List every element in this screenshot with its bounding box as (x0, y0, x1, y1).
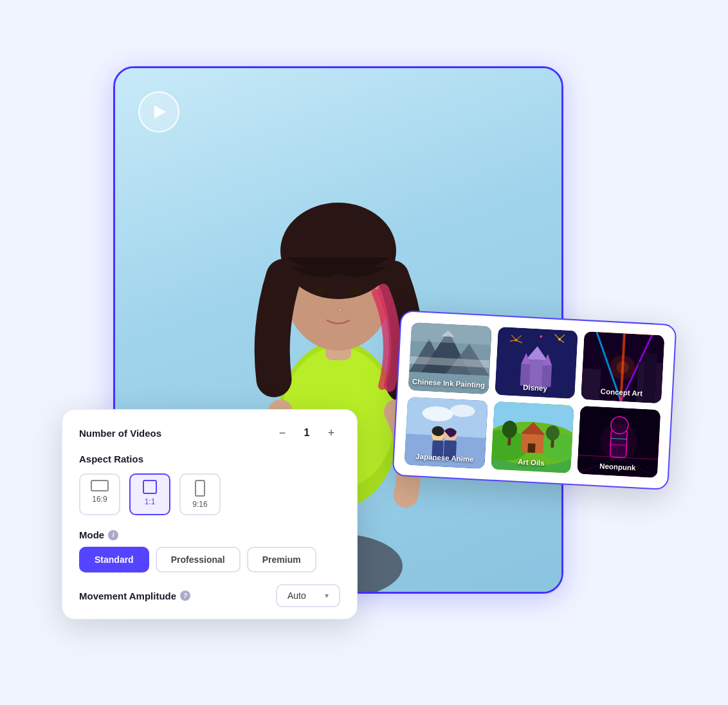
decrement-button[interactable]: − (273, 424, 291, 442)
ratio-1-1-button[interactable]: 1:1 (129, 473, 170, 515)
svg-rect-59 (527, 443, 535, 453)
play-icon (154, 105, 166, 118)
mode-standard-button[interactable]: Standard (79, 547, 149, 572)
svg-point-6 (350, 286, 363, 295)
stepper-value: 1 (300, 427, 313, 439)
style-grid: Chinese Ink Painting (404, 322, 664, 478)
style-presets-card: Chinese Ink Painting (392, 310, 677, 490)
svg-point-5 (314, 286, 327, 295)
chevron-down-icon: ▾ (325, 591, 329, 600)
svg-rect-75 (196, 481, 205, 496)
number-of-videos-label: Number of Videos (79, 428, 273, 439)
video-count-stepper: − 1 + (273, 424, 340, 442)
ratio-1-1-icon (143, 480, 157, 494)
ratio-1-1-label: 1:1 (145, 497, 156, 506)
controls-card: Number of Videos − 1 + Aspect Ratios 16:… (62, 409, 358, 619)
ratio-9-16-button[interactable]: 9:16 (179, 473, 221, 515)
increment-button[interactable]: + (322, 424, 340, 442)
style-item-neonpunk[interactable]: Neonpunk (577, 406, 660, 478)
ratio-9-16-icon (195, 480, 205, 497)
ratio-16-9-icon (91, 480, 109, 491)
style-item-concept-art[interactable]: Concept Art (581, 331, 664, 403)
svg-point-7 (338, 308, 342, 312)
aspect-ratios-label: Aspect Ratios (79, 453, 340, 464)
movement-amplitude-select[interactable]: Auto ▾ (276, 584, 340, 607)
svg-rect-74 (143, 481, 156, 493)
aspect-ratios-group: 16:9 1:1 9:16 (79, 473, 340, 515)
style-item-chinese-ink[interactable]: Chinese Ink Painting (408, 322, 492, 394)
style-item-anime[interactable]: Japanese Anime (404, 397, 487, 469)
mode-section-title: Mode i (79, 529, 340, 540)
movement-info-icon[interactable]: ? (180, 591, 190, 601)
mode-info-icon[interactable]: i (108, 530, 118, 540)
mode-premium-button[interactable]: Premium (247, 547, 316, 572)
mode-label: Mode (79, 529, 104, 540)
mode-professional-button[interactable]: Professional (156, 547, 241, 572)
ratio-16-9-label: 16:9 (92, 495, 107, 504)
play-button[interactable] (138, 91, 179, 133)
style-item-disney[interactable]: Disney (495, 327, 578, 399)
mode-section: Mode i Standard Professional Premium (79, 529, 340, 572)
ratio-16-9-button[interactable]: 16:9 (79, 473, 120, 515)
svg-rect-73 (91, 481, 108, 491)
ratio-9-16-label: 9:16 (192, 500, 207, 509)
movement-title-container: Movement Amplitude ? (79, 591, 269, 601)
movement-amplitude-label: Movement Amplitude (79, 591, 176, 601)
main-scene: Chinese Ink Painting (75, 47, 653, 658)
number-of-videos-row: Number of Videos − 1 + (79, 424, 340, 442)
movement-amplitude-value: Auto (287, 591, 306, 601)
style-item-art-oils[interactable]: Art Oils (491, 401, 574, 473)
movement-amplitude-row: Movement Amplitude ? Auto ▾ (79, 584, 340, 607)
mode-buttons-group: Standard Professional Premium (79, 547, 340, 572)
